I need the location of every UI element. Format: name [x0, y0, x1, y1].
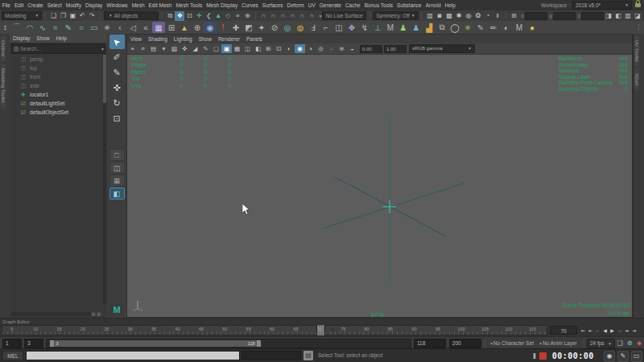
character-set-select[interactable]: No Character Set — [493, 340, 534, 346]
menu-item[interactable]: File — [0, 0, 12, 10]
menu-item[interactable]: Windows — [105, 0, 130, 10]
outliner-item[interactable]: ✛ locator1 — [10, 90, 107, 99]
menu-item[interactable]: Create — [26, 0, 46, 10]
menu-item[interactable]: Arnold — [423, 0, 443, 10]
outliner-item[interactable]: ◫ top — [10, 64, 107, 72]
skin-bind-tool[interactable]: ✦ — [255, 22, 268, 33]
xgen-egg-tool[interactable]: ◯ — [448, 22, 461, 33]
symmetry-select[interactable]: Symmetry: Off▼ — [373, 11, 418, 20]
menu-set-select[interactable]: Modeling▼ — [2, 11, 42, 20]
mash-network-tool[interactable]: ⊥ — [371, 22, 384, 33]
step-back-key-button[interactable]: ↞ — [587, 325, 594, 335]
nurbs-circle-tool[interactable]: ○ — [75, 22, 88, 33]
menu-item[interactable]: Surfaces — [260, 0, 285, 10]
cluster-tool[interactable]: ✚ — [229, 22, 242, 33]
snap-to-view-planes-icon[interactable]: ∩ — [297, 11, 307, 21]
range-slider[interactable]: 3 118 — [46, 339, 411, 348]
snap-to-curves-icon[interactable]: ∩ — [268, 11, 278, 21]
detach-curves-tool[interactable]: ◁ — [126, 22, 139, 33]
snap-to-projected-center-icon[interactable]: ∩ — [287, 11, 297, 21]
mel-command-input[interactable] — [26, 351, 240, 360]
workspace-controls-icon[interactable]: ◪ — [633, 11, 642, 21]
playback-end-input[interactable]: 118 — [414, 339, 446, 348]
wrap-deformer-tool[interactable]: ⊕ — [191, 22, 204, 33]
timeline-ruler[interactable]: 5101520253035404550556065707580859095100… — [2, 325, 547, 335]
panel-tab[interactable]: XGen — [634, 68, 639, 90]
grid-coords-icon[interactable]: ⊞ — [509, 11, 518, 21]
animation-end-input[interactable]: 200 — [449, 339, 481, 348]
snap-to-grids-icon[interactable]: ∩ — [258, 11, 268, 21]
insert-knot-tool[interactable]: « — [139, 22, 152, 33]
panel-tab[interactable]: UV Toolkit — [634, 35, 639, 67]
scroll-right-icon[interactable]: ▸ — [97, 312, 101, 316]
nurbs-square-tool[interactable]: ▭ — [88, 22, 101, 33]
mel-toggle-button[interactable]: MEL — [2, 351, 23, 360]
anim-layer-select[interactable]: No Anim Layer — [543, 340, 577, 346]
menu-item[interactable]: Bonus Tools — [362, 0, 394, 10]
panel-tab[interactable]: Modeling Toolkit — [1, 64, 6, 108]
pencil-curve-tool[interactable]: ✎ — [62, 22, 75, 33]
sculpt-tool[interactable]: ▲ — [178, 22, 191, 33]
select-by-component-icon[interactable]: ⊡ — [184, 11, 194, 21]
pause-icon[interactable]: ‖ — [533, 352, 536, 360]
pause-viewport-icon[interactable]: ‖ — [493, 11, 502, 21]
warning-badge-tool[interactable]: ! — [217, 22, 229, 33]
menu-item[interactable]: Help — [53, 35, 70, 41]
scroll-left-icon[interactable]: ◂ — [91, 312, 96, 316]
xgen-plant-tool[interactable]: ✳ — [461, 22, 474, 33]
menu-item[interactable]: Substance — [395, 0, 424, 10]
render-view-icon[interactable]: ▥ — [425, 11, 435, 21]
layout-four-panes-button[interactable]: ⊞ — [109, 175, 125, 187]
menu-item[interactable]: Display — [10, 35, 33, 41]
outliner-item[interactable]: ◫ front — [10, 72, 107, 81]
workspace-select[interactable]: 2018 v5.0* ▼ — [572, 1, 632, 10]
cluster-handle-tool[interactable]: ◍ — [294, 22, 307, 33]
range-slider-bar-inner[interactable]: 3 118 — [50, 340, 260, 347]
go-to-start-button[interactable]: ⇤ — [580, 325, 587, 335]
joint-tool[interactable]: ⌐ — [320, 22, 332, 33]
mash-editor-tool[interactable]: M — [384, 22, 397, 33]
jiggle-deformer-tool[interactable]: ◎ — [281, 22, 294, 33]
live-surface-field[interactable]: No Live Surface — [322, 11, 366, 20]
two-point-arc-tool[interactable]: ⌒ — [10, 22, 23, 33]
channel-box-toggle-icon[interactable]: ▥ — [623, 11, 633, 21]
display-monitor-icon[interactable]: ▭ — [631, 351, 642, 362]
step-back-frame-button[interactable]: ← — [594, 325, 601, 335]
coordinate-input[interactable] — [525, 12, 547, 20]
layout-single-pane-button[interactable]: □ — [109, 149, 125, 161]
attribute-editor-toggle-icon[interactable]: ◨ — [604, 11, 613, 21]
snap-to-points-icon[interactable]: ∩ — [278, 11, 287, 21]
reflection-icon[interactable]: ❮ — [204, 11, 213, 21]
layout-two-panes-button[interactable]: ◫ — [109, 162, 125, 174]
ik-spline-tool[interactable]: ↯ — [358, 22, 371, 33]
new-scene-icon[interactable]: ❏ — [48, 11, 58, 21]
auto-key-icon[interactable]: ◈ — [634, 339, 644, 348]
fps-select[interactable]: 24 fps▼ — [587, 339, 615, 348]
workspace-lock-icon[interactable] — [635, 3, 641, 7]
shelf-overflow-icon[interactable]: ⋮ — [635, 23, 642, 31]
playback-start-input[interactable]: 3 — [24, 339, 43, 348]
move-tool[interactable]: ✜ — [109, 80, 125, 95]
outliner-item[interactable]: ◫ side — [10, 81, 107, 90]
cv-curve-tool[interactable]: ∿ — [36, 22, 49, 33]
play-backwards-button[interactable]: ◀ — [601, 325, 609, 335]
save-scene-icon[interactable]: ▣ — [68, 11, 77, 21]
step-forward-frame-button[interactable]: → — [616, 325, 623, 335]
camera-capture-icon[interactable]: ◉ — [604, 351, 615, 362]
render-setup-icon[interactable]: ◔ — [483, 11, 493, 21]
menu-item[interactable]: Edit Mesh — [147, 0, 174, 10]
ep-curve-tool[interactable]: ≈ — [49, 22, 62, 33]
panel-tab[interactable]: Outliner — [1, 35, 6, 62]
light-editor-icon[interactable]: ❂ — [473, 11, 483, 21]
script-editor-icon[interactable]: ▤ — [303, 351, 313, 360]
mp-node-tool[interactable]: ♟ — [410, 22, 423, 33]
current-frame-input[interactable]: 70 — [550, 326, 577, 335]
menu-item[interactable]: Cache — [343, 0, 362, 10]
annotate-pencil-icon[interactable]: ✎ — [617, 351, 629, 362]
nonlinear-deformer-tool[interactable]: ⊘ — [268, 22, 281, 33]
blend-shape-tool[interactable]: ◩ — [242, 22, 255, 33]
sphere-preset-tool[interactable]: ● — [526, 22, 539, 33]
outliner-item[interactable]: ☑ defaultLightSet — [10, 99, 107, 108]
layout-outliner-persp-button[interactable]: ◧ — [109, 187, 125, 200]
play-forwards-button[interactable]: ▶ — [609, 325, 616, 335]
